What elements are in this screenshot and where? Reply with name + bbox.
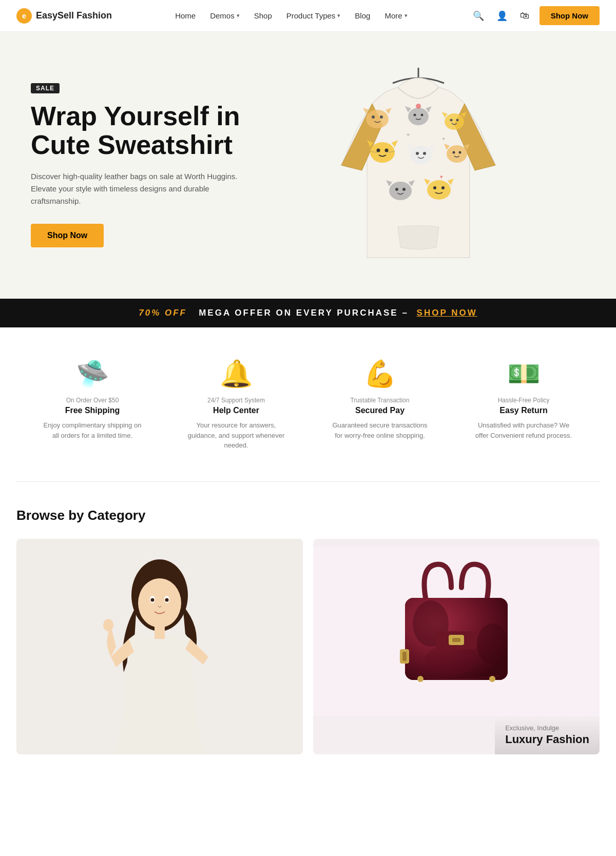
svg-point-22: [389, 182, 412, 200]
promo-discount: 70% OFF: [139, 308, 187, 318]
feature-desc-0: Enjoy complimentary shipping on all orde…: [41, 420, 144, 440]
svg-point-11: [370, 142, 395, 163]
svg-text:·: ·: [413, 170, 415, 176]
hero-image: ♥ ✦ ✦ ·: [252, 63, 585, 268]
category-grid: Exclusive, Indulge Luxury Fashion: [16, 539, 600, 754]
feature-desc-1: Your resource for answers, guidance, and…: [185, 420, 287, 451]
search-button[interactable]: 🔍: [471, 8, 486, 24]
svg-point-33: [138, 578, 181, 628]
navbar: e EasySell Fashion Home Demos ▾ Shop Pro…: [0, 0, 616, 32]
svg-point-8: [445, 113, 464, 130]
nav-item-demos[interactable]: Demos ▾: [210, 11, 240, 20]
svg-text:♥: ♥: [440, 174, 443, 180]
nav-item-more[interactable]: More ▾: [384, 11, 407, 20]
hero-shop-now-button[interactable]: Shop Now: [31, 224, 104, 247]
main-nav: Home Demos ▾ Shop Product Types ▾ Blog: [175, 11, 407, 20]
category-luxury-name: Luxury Fashion: [505, 733, 589, 746]
svg-point-4: [408, 108, 429, 125]
sweatshirt-illustration: ♥ ✦ ✦ ·: [326, 63, 511, 268]
nav-item-product-types[interactable]: Product Types ▾: [286, 11, 341, 20]
promo-text: MEGA OFFER ON EVERY PURCHASE –: [199, 308, 409, 318]
svg-point-2: [372, 115, 375, 119]
svg-point-21: [459, 151, 461, 154]
svg-point-3: [380, 115, 383, 119]
svg-point-27: [441, 186, 445, 189]
svg-rect-38: [155, 625, 165, 639]
bag-svg: [369, 557, 544, 706]
category-luxury-label: Exclusive, Indulge Luxury Fashion: [495, 716, 600, 754]
features-section: 🛸 On Order Over $50 Free Shipping Enjoy …: [0, 327, 616, 481]
svg-point-36: [151, 598, 155, 601]
easy-return-icon: 💵: [472, 358, 575, 390]
free-shipping-icon: 🛸: [41, 358, 144, 390]
feature-title-0: Free Shipping: [41, 406, 144, 415]
promo-bar: 70% OFF MEGA OFFER ON EVERY PURCHASE – S…: [0, 299, 616, 327]
svg-point-5: [414, 114, 416, 116]
cart-button[interactable]: 🛍: [518, 8, 531, 23]
category-luxury-subtitle: Exclusive, Indulge: [505, 724, 589, 732]
chevron-down-icon: ▾: [337, 12, 340, 19]
category-card-luxury[interactable]: Exclusive, Indulge Luxury Fashion: [313, 539, 600, 754]
svg-point-39: [103, 619, 113, 631]
svg-point-17: [416, 152, 419, 155]
svg-text:✦: ✦: [406, 131, 411, 139]
navbar-actions: 🔍 👤 🛍 Shop Now: [471, 6, 600, 25]
chevron-down-icon: ▾: [237, 12, 240, 19]
feature-title-1: Help Center: [185, 406, 287, 415]
svg-point-12: [377, 149, 380, 152]
logo-icon: e: [16, 8, 32, 24]
category-card-fashion[interactable]: [16, 539, 303, 754]
svg-rect-49: [402, 652, 407, 661]
account-button[interactable]: 👤: [494, 8, 510, 24]
feature-easy-return: 💵 Hassle-Free Policy Easy Return Unsatis…: [472, 358, 575, 451]
svg-point-13: [385, 149, 389, 152]
secured-pay-icon: 💪: [329, 358, 431, 390]
svg-point-19: [447, 145, 467, 163]
svg-point-16: [410, 146, 432, 164]
feature-subtitle-1: 24/7 Support System: [185, 397, 287, 404]
feature-secured-pay: 💪 Trustable Transaction Secured Pay Guar…: [329, 358, 431, 451]
svg-point-25: [427, 180, 451, 200]
brand-name: EasySell Fashion: [36, 10, 112, 21]
feature-desc-3: Unsatisfied with purchase? We offer Conv…: [472, 420, 575, 440]
svg-point-6: [421, 114, 424, 116]
svg-point-26: [433, 186, 436, 189]
nav-item-home[interactable]: Home: [175, 11, 196, 20]
hero-section: SALE Wrap Yourself in Cute Sweatshirt Di…: [0, 32, 616, 299]
svg-point-50: [417, 676, 424, 682]
svg-point-23: [395, 188, 398, 191]
chevron-down-icon: ▾: [405, 12, 408, 19]
feature-subtitle-2: Trustable Transaction: [329, 397, 431, 404]
svg-point-37: [165, 598, 169, 601]
nav-item-blog[interactable]: Blog: [355, 11, 370, 20]
promo-shop-now-link[interactable]: SHOP NOW: [417, 308, 477, 318]
feature-title-2: Secured Pay: [329, 406, 431, 415]
nav-shop-now-button[interactable]: Shop Now: [540, 6, 600, 25]
svg-rect-47: [452, 638, 460, 642]
svg-point-51: [489, 676, 495, 682]
woman-figure-svg: [83, 554, 237, 754]
svg-point-9: [450, 119, 453, 122]
browse-title: Browse by Category: [16, 508, 600, 523]
svg-point-43: [477, 624, 508, 665]
luxury-bag-image: [313, 547, 600, 716]
browse-section: Browse by Category: [0, 482, 616, 775]
nav-item-shop[interactable]: Shop: [254, 11, 272, 20]
hero-description: Discover high-quality leather bags on sa…: [31, 170, 252, 207]
feature-subtitle-3: Hassle-Free Policy: [472, 397, 575, 404]
svg-point-10: [456, 119, 459, 122]
feature-help-center: 🔔 24/7 Support System Help Center Your r…: [185, 358, 287, 451]
feature-desc-2: Guaranteed secure transactions for worry…: [329, 420, 431, 440]
hero-content: SALE Wrap Yourself in Cute Sweatshirt Di…: [31, 83, 252, 247]
feature-title-3: Easy Return: [472, 406, 575, 415]
sale-badge: SALE: [31, 83, 60, 93]
svg-point-24: [402, 188, 406, 191]
hero-title: Wrap Yourself in Cute Sweatshirt: [31, 102, 252, 159]
svg-point-20: [453, 151, 455, 154]
feature-subtitle-0: On Order Over $50: [41, 397, 144, 404]
brand-logo[interactable]: e EasySell Fashion: [16, 8, 112, 24]
feature-free-shipping: 🛸 On Order Over $50 Free Shipping Enjoy …: [41, 358, 144, 451]
svg-point-7: [416, 104, 421, 109]
help-center-icon: 🔔: [185, 358, 287, 390]
woman-image: [16, 554, 303, 754]
